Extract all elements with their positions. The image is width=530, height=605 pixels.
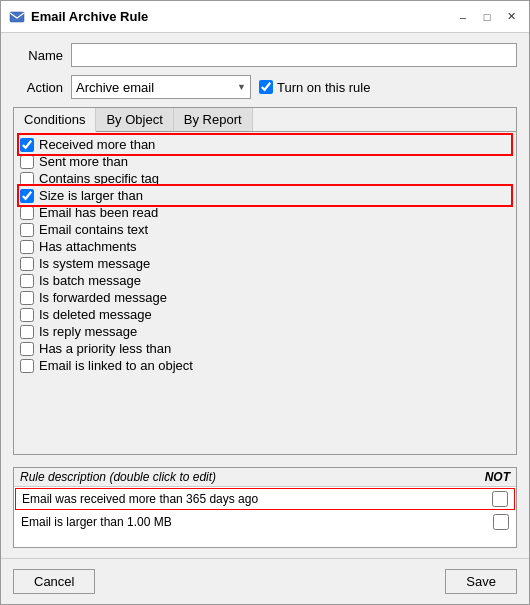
- checkbox-has-priority-less-than[interactable]: [20, 342, 34, 356]
- tab-conditions[interactable]: Conditions: [14, 108, 96, 132]
- title-bar-left: Email Archive Rule: [9, 9, 148, 25]
- condition-received-more-than[interactable]: Received more than: [20, 136, 510, 153]
- condition-contains-specific-tag[interactable]: Contains specific tag: [20, 170, 510, 187]
- label-has-priority-less-than: Has a priority less than: [39, 341, 171, 356]
- condition-is-system-message[interactable]: Is system message: [20, 255, 510, 272]
- checkbox-is-reply-message[interactable]: [20, 325, 34, 339]
- label-is-batch-message: Is batch message: [39, 273, 141, 288]
- title-bar: Email Archive Rule – □ ✕: [1, 1, 529, 33]
- rule-description-label: Rule description (double click to edit): [20, 470, 216, 484]
- checkbox-sent-more-than[interactable]: [20, 155, 34, 169]
- checkbox-has-attachments[interactable]: [20, 240, 34, 254]
- turn-on-label[interactable]: Turn on this rule: [259, 80, 370, 95]
- condition-email-has-been-read[interactable]: Email has been read: [20, 204, 510, 221]
- not-header: NOT: [485, 470, 510, 484]
- condition-sent-more-than[interactable]: Sent more than: [20, 153, 510, 170]
- window-icon: [9, 9, 25, 25]
- minimize-button[interactable]: –: [453, 7, 473, 27]
- checkbox-is-batch-message[interactable]: [20, 274, 34, 288]
- conditions-list: Received more thanSent more thanContains…: [14, 132, 516, 454]
- tab-bar: Conditions By Object By Report: [14, 108, 516, 132]
- action-row: Action Archive email Turn on this rule: [13, 75, 517, 99]
- rule-row-1[interactable]: Email is larger than 1.00 MB: [14, 511, 516, 533]
- save-button[interactable]: Save: [445, 569, 517, 594]
- close-button[interactable]: ✕: [501, 7, 521, 27]
- action-label: Action: [13, 80, 63, 95]
- window-title: Email Archive Rule: [31, 9, 148, 24]
- tab-by-object[interactable]: By Object: [96, 108, 173, 131]
- rule-row-text-1: Email is larger than 1.00 MB: [21, 515, 493, 529]
- maximize-button[interactable]: □: [477, 7, 497, 27]
- condition-has-priority-less-than[interactable]: Has a priority less than: [20, 340, 510, 357]
- label-is-system-message: Is system message: [39, 256, 150, 271]
- checkbox-email-contains-text[interactable]: [20, 223, 34, 237]
- label-size-larger-than: Size is larger than: [39, 188, 143, 203]
- window-controls: – □ ✕: [453, 7, 521, 27]
- condition-email-linked-to-object[interactable]: Email is linked to an object: [20, 357, 510, 374]
- checkbox-size-larger-than[interactable]: [20, 189, 34, 203]
- condition-is-reply-message[interactable]: Is reply message: [20, 323, 510, 340]
- email-archive-rule-window: Email Archive Rule – □ ✕ Name Action Arc…: [0, 0, 530, 605]
- checkbox-email-linked-to-object[interactable]: [20, 359, 34, 373]
- condition-is-batch-message[interactable]: Is batch message: [20, 272, 510, 289]
- label-contains-specific-tag: Contains specific tag: [39, 171, 159, 186]
- name-label: Name: [13, 48, 63, 63]
- condition-email-contains-text[interactable]: Email contains text: [20, 221, 510, 238]
- name-row: Name: [13, 43, 517, 67]
- label-sent-more-than: Sent more than: [39, 154, 128, 169]
- action-select-wrapper: Archive email: [71, 75, 251, 99]
- checkbox-is-system-message[interactable]: [20, 257, 34, 271]
- label-email-linked-to-object: Email is linked to an object: [39, 358, 193, 373]
- checkbox-is-deleted-message[interactable]: [20, 308, 34, 322]
- label-is-forwarded-message: Is forwarded message: [39, 290, 167, 305]
- footer: Cancel Save: [1, 558, 529, 604]
- condition-is-forwarded-message[interactable]: Is forwarded message: [20, 289, 510, 306]
- action-select[interactable]: Archive email: [71, 75, 251, 99]
- rule-not-checkbox-1[interactable]: [493, 514, 509, 530]
- checkbox-received-more-than[interactable]: [20, 138, 34, 152]
- rule-row-text-0: Email was received more than 365 days ag…: [22, 492, 492, 506]
- rule-description-header: Rule description (double click to edit) …: [14, 468, 516, 487]
- rule-not-checkbox-0[interactable]: [492, 491, 508, 507]
- rule-row-0[interactable]: Email was received more than 365 days ag…: [15, 488, 515, 510]
- condition-size-larger-than[interactable]: Size is larger than: [20, 187, 510, 204]
- checkbox-email-has-been-read[interactable]: [20, 206, 34, 220]
- rule-description-body: Email was received more than 365 days ag…: [14, 487, 516, 547]
- label-email-has-been-read: Email has been read: [39, 205, 158, 220]
- label-has-attachments: Has attachments: [39, 239, 137, 254]
- label-is-reply-message: Is reply message: [39, 324, 137, 339]
- condition-is-deleted-message[interactable]: Is deleted message: [20, 306, 510, 323]
- name-input[interactable]: [71, 43, 517, 67]
- checkbox-contains-specific-tag[interactable]: [20, 172, 34, 186]
- condition-has-attachments[interactable]: Has attachments: [20, 238, 510, 255]
- label-email-contains-text: Email contains text: [39, 222, 148, 237]
- svg-rect-0: [10, 12, 24, 22]
- tabs-section: Conditions By Object By Report Received …: [13, 107, 517, 455]
- checkbox-is-forwarded-message[interactable]: [20, 291, 34, 305]
- label-received-more-than: Received more than: [39, 137, 155, 152]
- cancel-button[interactable]: Cancel: [13, 569, 95, 594]
- tab-by-report[interactable]: By Report: [174, 108, 253, 131]
- turn-on-checkbox[interactable]: [259, 80, 273, 94]
- main-content: Name Action Archive email Turn on this r…: [1, 33, 529, 558]
- rule-description-section: Rule description (double click to edit) …: [13, 467, 517, 548]
- label-is-deleted-message: Is deleted message: [39, 307, 152, 322]
